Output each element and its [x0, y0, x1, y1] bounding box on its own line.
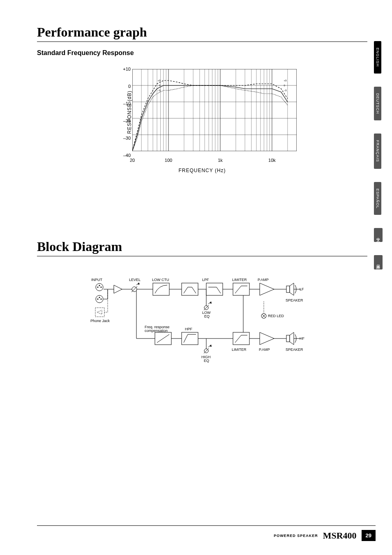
chart-y-axis-label: RESPONSE (dB) [127, 90, 132, 134]
chart-y-tick: +10 [118, 67, 131, 71]
phone-jack [95, 308, 104, 317]
chart-x-tick: 20 [130, 158, 135, 163]
label-freq-comp: Freq. responsecompensation [145, 325, 170, 333]
lpf-shape-block [206, 283, 223, 295]
chart-x-ticks: 201001k10k [132, 158, 297, 164]
block-diagram-svg: INPUT Phone Jack LEVEL LOW CTU LPF [83, 273, 321, 363]
footer-product-label: POWERED SPEAKER [274, 534, 318, 538]
limiter-lf-block [233, 283, 249, 295]
language-tab-deutsch[interactable]: DEUTSCH [374, 87, 381, 121]
label-speaker-lf: SPEAKER [286, 298, 303, 302]
rule [37, 41, 367, 42]
lpf-block [182, 283, 198, 295]
chart-y-tick: 0 [118, 84, 131, 89]
svg-text:+3: +3 [284, 79, 287, 82]
block-diagram: INPUT Phone Jack LEVEL LOW CTU LPF [83, 273, 321, 365]
label-level: LEVEL [129, 278, 141, 282]
chart-y-tick: –20 [118, 118, 131, 123]
svg-text:+3: +3 [157, 79, 161, 82]
language-tabs: ENGLISHDEUTSCHFRANÇAISESPAÑOL中文日本語 [374, 41, 385, 283]
low-ctu-block [153, 283, 169, 295]
label-speaker-hf: SPEAKER [286, 348, 303, 352]
level-pot [131, 283, 140, 292]
chart-x-tick: 100 [165, 158, 172, 163]
svg-point-54 [97, 299, 99, 300]
chart-x-axis-label: FREQUENCY (Hz) [108, 168, 297, 173]
limiter-hf-block [233, 332, 249, 345]
subheading-frequency-response: Standard Frequency Response [37, 49, 367, 57]
buffer-amp [114, 285, 122, 293]
input-xlr-2 [96, 295, 103, 303]
red-led [261, 313, 266, 318]
input-xlr-1 [96, 283, 103, 291]
label-lpf: LPF [202, 278, 209, 282]
label-red-led: RED LED [268, 314, 284, 318]
footer-model: MSR400 [323, 530, 357, 541]
svg-rect-71 [286, 286, 290, 292]
chart-y-tick: –10 [118, 101, 131, 106]
svg-rect-59 [95, 308, 104, 317]
svg-point-56 [99, 297, 100, 298]
language-tab-english[interactable]: ENGLISH [374, 41, 381, 74]
label-limiter-hf: LIMITER [232, 348, 247, 352]
svg-text:–3: –3 [158, 89, 161, 92]
high-eq-pot [204, 345, 212, 353]
language-tab-中文[interactable]: 中文 [374, 228, 383, 242]
section-title-block-diagram: Block Diagram [37, 239, 367, 254]
svg-point-49 [96, 283, 103, 291]
chart-x-tick: 1k [218, 158, 223, 163]
chart-y-tick: –30 [118, 136, 131, 140]
label-lf: LF [300, 287, 304, 291]
label-low-eq: LOWEQ [202, 311, 211, 318]
language-tab-français[interactable]: FRANÇAIS [374, 134, 381, 169]
chart-y-tick: –40 [118, 153, 131, 158]
svg-point-51 [101, 287, 102, 288]
label-low-ctu: LOW CTU [152, 278, 169, 282]
page: Performance graph Standard Frequency Res… [0, 0, 392, 555]
label-phone-jack: Phone Jack [90, 319, 110, 323]
chart-plot-area: +30–3+30–3 [132, 69, 297, 151]
language-tab-español[interactable]: ESPAÑOL [374, 182, 381, 215]
svg-rect-79 [286, 335, 290, 342]
rule [37, 256, 367, 256]
section-title-performance: Performance graph [37, 25, 367, 40]
label-hf: HF [300, 336, 304, 341]
label-limiter-lf: LIMITER [232, 278, 247, 282]
svg-point-55 [101, 299, 102, 300]
svg-point-50 [97, 287, 99, 288]
label-pamp-hf: P.AMP [259, 348, 270, 352]
frequency-response-chart: RESPONSE (dB) +100–10–20–30–40 +30–3+30–… [108, 69, 297, 173]
language-tab-日本語[interactable]: 日本語 [374, 255, 383, 269]
svg-point-53 [96, 295, 103, 303]
label-input: INPUT [91, 278, 103, 282]
pamp-hf [260, 332, 274, 345]
label-pamp-lf: P.AMP [258, 278, 269, 282]
low-eq-pot [204, 302, 212, 310]
page-footer: POWERED SPEAKER MSR400 29 [0, 525, 392, 541]
svg-point-52 [99, 285, 100, 286]
label-hpf: HPF [185, 327, 193, 331]
chart-x-tick: 10k [268, 158, 276, 163]
pamp-lf [260, 283, 274, 295]
svg-text:–3: –3 [284, 89, 287, 92]
page-number: 29 [362, 530, 376, 541]
label-high-eq: HIGHEQ [201, 355, 211, 363]
svg-marker-60 [97, 310, 102, 314]
